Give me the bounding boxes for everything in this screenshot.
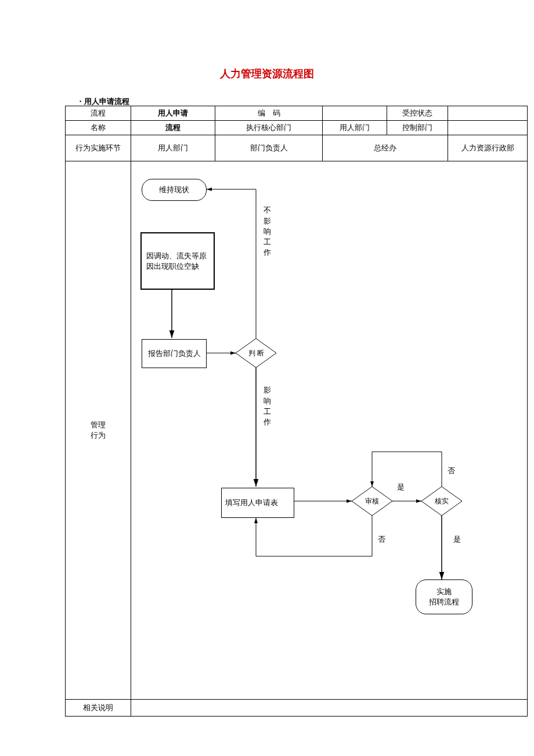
row-notes-body — [131, 700, 528, 717]
node-fill-form: 填写用人申请表 — [221, 488, 294, 518]
lane-col-3: 总经办 — [323, 135, 448, 161]
lane-col-1: 用人部门 — [131, 135, 215, 161]
row-notes-label: 相关说明 — [66, 700, 131, 717]
lane-header-label: 行为实施环节 — [66, 135, 131, 161]
edge-label-no-effect: 不影响工作 — [262, 205, 272, 258]
lane-col-4: 人力资源行政部 — [448, 135, 528, 161]
node-verify: 核实 — [421, 487, 462, 516]
th-code-label: 编 码 — [215, 106, 323, 121]
th-ctrl-dept-label: 控制部门 — [387, 121, 448, 135]
flow-canvas-cell: 维持现状 因调动、流失等原因出现职位空缺 报告部门负责人 判 断 填写用人申请表… — [131, 161, 528, 700]
edge-label-effect: 影响工作 — [262, 385, 272, 427]
row-management: 管理 行为 — [66, 161, 131, 700]
node-vacancy-cause: 因调动、流失等原因出现职位空缺 — [140, 232, 215, 290]
lane-col-2: 部门负责人 — [215, 135, 323, 161]
node-recruit: 实施 招聘流程 — [416, 579, 472, 614]
th-flow-name-2: 名称 — [66, 121, 131, 135]
th-flow-name-1: 流程 — [66, 106, 131, 121]
th-exec-dept-value: 用人部门 — [323, 121, 387, 135]
node-keep-status-quo: 维持现状 — [142, 179, 207, 201]
edge-label-no-1: 否 — [378, 534, 385, 545]
edge-label-yes-1: 是 — [397, 482, 405, 492]
page: 人力管理资源流程图 ・用人申请流程 流程 用人申请 编 码 受控状态 名称 流程… — [0, 0, 534, 756]
edge-label-yes-2: 是 — [453, 534, 461, 545]
node-review: 审核 — [352, 487, 392, 516]
th-process-name-2: 流程 — [131, 121, 215, 135]
page-title: 人力管理资源流程图 — [0, 67, 534, 81]
th-exec-dept-label: 执行核心部门 — [215, 121, 323, 135]
flow-table: 流程 用人申请 编 码 受控状态 名称 流程 执行核心部门 用人部门 控制部门 … — [65, 106, 528, 717]
th-process-name-1: 用人申请 — [131, 106, 215, 121]
node-report-manager: 报告部门负责人 — [142, 339, 207, 368]
edge-label-no-2: 否 — [448, 466, 455, 476]
th-status-label: 受控状态 — [387, 106, 448, 121]
th-status-value — [448, 106, 528, 121]
node-judge: 判 断 — [236, 339, 276, 368]
th-ctrl-dept-value — [448, 121, 528, 135]
th-code-value — [323, 106, 387, 121]
